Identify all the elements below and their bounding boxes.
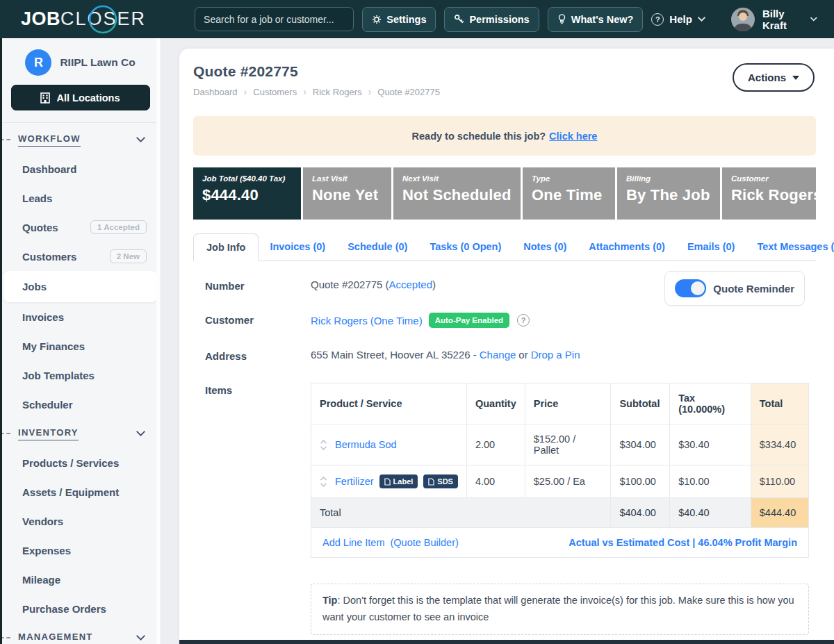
sidebar: R RIIPL Lawn Co All Locations WORKFLOW D… — [0, 38, 161, 644]
breadcrumb-customers[interactable]: Customers — [253, 86, 306, 97]
sidebar-item-my-finances[interactable]: My Finances — [0, 331, 161, 361]
whats-new-button[interactable]: What's New? — [548, 7, 644, 32]
user-name: Billy Kraft — [762, 8, 806, 31]
reorder-handle[interactable] — [320, 440, 327, 450]
sidebar-section-workflow[interactable]: WORKFLOW — [0, 125, 161, 154]
drop-a-pin-link[interactable]: Drop a Pin — [531, 349, 580, 361]
user-avatar[interactable] — [731, 8, 755, 31]
autopay-info-icon[interactable]: ? — [517, 314, 530, 327]
chevron-down-icon — [698, 17, 705, 22]
settings-label: Settings — [386, 14, 426, 25]
help-menu[interactable]: ? Help — [651, 13, 705, 26]
breadcrumb-current: Quote #202775 — [377, 87, 440, 97]
stat-label: Type — [532, 174, 606, 183]
sidebar-item-leads[interactable]: Leads — [0, 183, 161, 213]
sidebar-item-mileage[interactable]: Mileage — [0, 565, 161, 594]
stat-label: Billing — [626, 174, 711, 183]
sidebar-item-customers[interactable]: Customers2 New — [0, 242, 161, 271]
sidebar-item-purchase-orders[interactable]: Purchase Orders — [0, 594, 161, 623]
tax-cell: $30.40 — [670, 424, 751, 465]
product-link[interactable]: Bermuda Sod — [335, 439, 397, 450]
customer-type-link[interactable]: (One Time) — [370, 315, 423, 327]
company-logo: R — [25, 49, 51, 76]
stat-billing: Billing By The Job — [617, 167, 720, 220]
totals-tax: $40.40 — [670, 498, 751, 528]
totals-grand-total: $444.40 — [751, 498, 808, 528]
stat-value: One Time — [532, 186, 606, 204]
item-label: Leads — [22, 192, 52, 204]
quote-builder-link[interactable]: (Quote Builder) — [391, 537, 459, 548]
chevron-up-icon — [320, 440, 327, 444]
customer-name-link[interactable]: Rick Rogers — [311, 315, 368, 327]
accepted-status-link[interactable]: Accepted — [389, 279, 432, 290]
reorder-handle[interactable] — [320, 477, 327, 487]
price-cell: $25.00 / Ea — [525, 465, 611, 498]
sidebar-section-management[interactable]: MANAGEMENT — [0, 623, 161, 644]
sidebar-item-scheduler[interactable]: Scheduler — [0, 390, 161, 419]
quote-reminder-label: Quote Reminder — [713, 283, 794, 295]
caret-down-icon — [792, 76, 799, 80]
tax-cell: $10.00 — [670, 465, 751, 498]
customer-row: Customer Rick Rogers (One Time) Auto-Pay… — [193, 302, 824, 338]
user-menu[interactable]: Billy Kraft — [762, 8, 817, 31]
add-line-item-link[interactable]: Add Line Item — [322, 537, 384, 548]
tab-invoices[interactable]: Invoices (0) — [259, 233, 336, 261]
total-cell: $334.40 — [751, 424, 808, 465]
tab-text-messages[interactable]: Text Messages (0) — [746, 233, 834, 261]
label-document-badge[interactable]: Label — [379, 474, 418, 488]
sidebar-item-job-templates[interactable]: Job Templates — [0, 361, 161, 390]
quotes-badge: 1 Accepted — [90, 220, 147, 234]
badge-label: SDS — [437, 477, 453, 486]
item-label: Quotes — [22, 222, 58, 233]
totals-subtotal: $404.00 — [611, 498, 670, 528]
col-quantity: Quantity — [466, 383, 525, 424]
quote-reminder-toggle[interactable] — [675, 279, 706, 297]
quantity-cell: 2.00 — [466, 424, 525, 465]
actions-button[interactable]: Actions — [733, 63, 815, 92]
col-tax: Tax (10.000%) — [670, 383, 751, 424]
whats-new-label: What's New? — [571, 14, 634, 25]
tip-label: Tip — [322, 595, 337, 606]
total-cell: $110.00 — [751, 465, 808, 498]
customer-label: Customer — [193, 313, 311, 326]
sidebar-item-assets-equipment[interactable]: Assets / Equipment — [0, 477, 161, 506]
stat-job-total: Job Total ($40.40 Tax) $444.40 — [193, 167, 301, 220]
section-label: MANAGEMENT — [18, 631, 93, 644]
tab-schedule[interactable]: Schedule (0) — [336, 233, 418, 261]
address-row: Address 655 Main Street, Hoover AL 35226… — [193, 338, 824, 372]
address-change-link[interactable]: Change — [480, 349, 516, 361]
all-locations-button[interactable]: All Locations — [11, 85, 150, 110]
sds-document-badge[interactable]: SDS — [423, 474, 458, 488]
sidebar-item-products-services[interactable]: Products / Services — [0, 448, 161, 477]
chevron-down-icon — [320, 483, 327, 487]
stat-type: Type One Time — [523, 167, 615, 220]
sidebar-nav: WORKFLOW Dashboard Leads Quotes1 Accepte… — [0, 123, 161, 644]
sidebar-item-dashboard[interactable]: Dashboard — [0, 154, 161, 183]
sidebar-item-vendors[interactable]: Vendors — [0, 506, 161, 536]
tab-emails[interactable]: Emails (0) — [676, 233, 746, 261]
settings-button[interactable]: Settings — [362, 7, 436, 32]
tab-attachments[interactable]: Attachments (0) — [578, 233, 676, 261]
tab-notes[interactable]: Notes (0) — [512, 233, 578, 261]
col-product-service: Product / Service — [311, 383, 467, 424]
product-link[interactable]: Fertilizer — [335, 476, 374, 487]
banner-click-here-link[interactable]: Click here — [549, 131, 597, 142]
horizontal-scrollbar[interactable] — [179, 640, 834, 644]
items-table: Product / Service Quantity Price Subtota… — [311, 383, 809, 528]
sidebar-item-invoices[interactable]: Invoices — [0, 302, 161, 331]
breadcrumb-dashboard[interactable]: Dashboard — [193, 86, 247, 97]
sidebar-scrollbar[interactable] — [156, 38, 161, 644]
actual-vs-estimated-cost-link[interactable]: Actual vs Estimated Cost | 46.04% Profit… — [569, 537, 797, 548]
tab-job-info[interactable]: Job Info — [193, 233, 259, 261]
table-row: Fertilizer Label SDS — [311, 465, 809, 498]
tab-tasks[interactable]: Tasks (0 Open) — [418, 233, 512, 261]
stat-value: $444.40 — [202, 186, 292, 204]
sidebar-item-quotes[interactable]: Quotes1 Accepted — [0, 213, 161, 242]
sidebar-section-inventory[interactable]: INVENTORY — [0, 419, 161, 448]
permissions-button[interactable]: Permissions — [444, 7, 539, 32]
search-input[interactable] — [195, 7, 354, 31]
sidebar-item-expenses[interactable]: Expenses — [0, 536, 161, 565]
breadcrumb-rick-rogers[interactable]: Rick Rogers — [313, 86, 371, 97]
sidebar-item-jobs[interactable]: Jobs — [3, 271, 157, 302]
file-icon — [428, 478, 434, 486]
